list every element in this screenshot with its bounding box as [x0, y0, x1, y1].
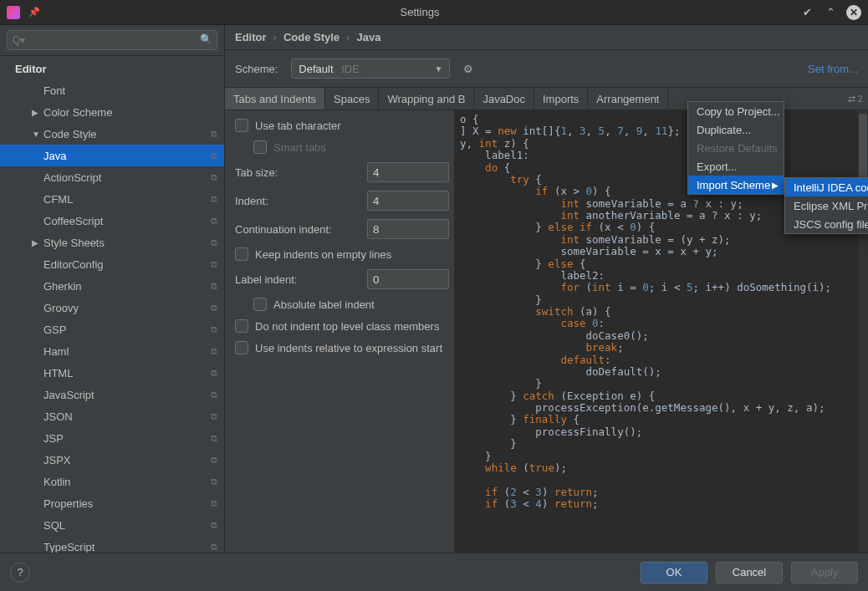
- input-indent[interactable]: [367, 191, 449, 211]
- tree-node-editor[interactable]: Editor: [0, 58, 224, 79]
- field-use-tab-character[interactable]: Use tab character: [235, 119, 449, 132]
- copy-icon: ⧉: [211, 368, 217, 379]
- tree-node-actionscript[interactable]: ActionScript⧉: [0, 166, 224, 188]
- copy-icon: ⧉: [211, 324, 217, 335]
- input-tab-size[interactable]: [367, 162, 449, 182]
- tree-node-javascript[interactable]: JavaScript⧉: [0, 384, 224, 405]
- checkbox-icon[interactable]: [235, 319, 248, 333]
- label-indent: Indent:: [235, 195, 360, 207]
- label-label-indent: Label indent:: [235, 273, 360, 286]
- set-from-link[interactable]: Set from...: [808, 63, 858, 75]
- tree-node-typescript[interactable]: TypeScript⧉: [0, 536, 224, 553]
- menu-restore-defaults: Restore Defaults: [688, 139, 784, 157]
- dialog-buttons: ? OK Cancel Apply: [0, 553, 868, 591]
- chevron-down-icon: ▼: [434, 64, 442, 74]
- menu-eclipse-xml[interactable]: Eclipse XML Profile: [785, 196, 868, 215]
- input-continuation-indent[interactable]: [367, 219, 449, 239]
- tree-node-sql[interactable]: SQL⧉: [0, 514, 224, 536]
- tab-wrapping[interactable]: Wrapping and B: [379, 88, 474, 110]
- menu-copy-to-project[interactable]: Copy to Project...: [688, 102, 784, 120]
- tree-node-coffeescript[interactable]: CoffeeScript⧉: [0, 210, 224, 232]
- copy-icon: ⧉: [211, 303, 217, 313]
- copy-icon: ⧉: [211, 498, 217, 509]
- tree-node-cfml[interactable]: CFML⧉: [0, 188, 224, 210]
- tree-node-java[interactable]: Java⧉: [0, 145, 224, 166]
- checkbox-icon[interactable]: [235, 247, 248, 261]
- checkbox-icon: [253, 140, 267, 154]
- copy-icon: ⧉: [211, 346, 217, 357]
- tree-node-json[interactable]: JSON⧉: [0, 405, 224, 427]
- pin-icon[interactable]: 📌: [28, 7, 40, 18]
- menu-intellij-xml[interactable]: IntelliJ IDEA code style XML: [785, 178, 868, 196]
- copy-icon: ⧉: [211, 476, 217, 487]
- input-label-indent[interactable]: [367, 269, 449, 289]
- label-tab-size: Tab size:: [235, 166, 360, 179]
- menu-jscs[interactable]: JSCS config file: [785, 215, 868, 233]
- tree-node-stylesheets[interactable]: ▶Style Sheets⧉: [0, 232, 224, 253]
- field-keep-indents-empty[interactable]: Keep indents on empty lines: [235, 247, 449, 261]
- menu-export[interactable]: Export...: [688, 157, 784, 176]
- tree-node-gsp[interactable]: GSP⧉: [0, 318, 224, 340]
- copy-icon: ⧉: [211, 259, 217, 270]
- help-button[interactable]: ?: [10, 563, 30, 583]
- breadcrumb-item[interactable]: Java: [356, 31, 380, 43]
- tab-tabs-and-indents[interactable]: Tabs and Indents: [225, 88, 325, 110]
- tree-node-html[interactable]: HTML⧉: [0, 362, 224, 384]
- copy-icon: ⧉: [211, 194, 217, 205]
- menu-duplicate[interactable]: Duplicate...: [688, 120, 784, 139]
- tree-node-properties[interactable]: Properties⧉: [0, 492, 224, 514]
- chevron-right-icon: ▶: [772, 181, 779, 190]
- gear-icon[interactable]: ⚙: [458, 59, 478, 79]
- copy-icon: ⧉: [211, 520, 217, 531]
- maximize-icon[interactable]: ⌃: [823, 5, 838, 20]
- breadcrumb-item[interactable]: Code Style: [283, 31, 340, 43]
- settings-tree[interactable]: Editor Font ▶Color Scheme ▼Code Style⧉ J…: [0, 56, 224, 553]
- tree-node-jspx[interactable]: JSPX⧉: [0, 449, 224, 471]
- tree-node-code-style[interactable]: ▼Code Style⧉: [0, 123, 224, 145]
- copy-icon: ⧉: [211, 216, 217, 227]
- field-do-not-indent-top-level[interactable]: Do not indent top level class members: [235, 319, 449, 333]
- scheme-dropdown[interactable]: Default IDE ▼: [291, 59, 450, 79]
- tab-javadoc[interactable]: JavaDoc: [474, 88, 534, 110]
- field-absolute-label-indent[interactable]: Absolute label indent: [235, 298, 449, 311]
- tree-node-jsp[interactable]: JSP⧉: [0, 427, 224, 449]
- copy-icon: ⧉: [211, 129, 217, 140]
- tree-node-groovy[interactable]: Groovy⧉: [0, 297, 224, 318]
- close-icon[interactable]: ✕: [846, 5, 861, 20]
- import-scheme-submenu: IntelliJ IDEA code style XML Eclipse XML…: [784, 177, 868, 234]
- chevron-right-icon: ›: [273, 31, 277, 43]
- ok-button[interactable]: OK: [641, 562, 707, 583]
- app-icon: [7, 6, 20, 19]
- tree-node-kotlin[interactable]: Kotlin⧉: [0, 471, 224, 492]
- menu-import-scheme[interactable]: Import Scheme ▶: [688, 176, 784, 194]
- settings-content-pane: Editor › Code Style › Java Scheme: Defau…: [225, 25, 868, 553]
- cancel-button[interactable]: Cancel: [716, 562, 783, 583]
- search-input[interactable]: [7, 30, 217, 50]
- tree-node-color-scheme[interactable]: ▶Color Scheme: [0, 101, 224, 123]
- copy-icon: ⧉: [211, 433, 217, 444]
- breadcrumb-item[interactable]: Editor: [235, 31, 267, 43]
- copy-icon: ⧉: [211, 455, 217, 466]
- checkbox-icon[interactable]: [253, 298, 267, 311]
- copy-icon: ⧉: [211, 150, 217, 161]
- copy-icon: ⧉: [211, 542, 217, 553]
- copy-icon: ⧉: [211, 172, 217, 183]
- tab-spaces[interactable]: Spaces: [325, 88, 379, 110]
- title-bar: 📌 Settings ✔ ⌃ ✕: [0, 0, 868, 25]
- tree-node-editorconfig[interactable]: EditorConfig⧉: [0, 253, 224, 275]
- tab-arrangement[interactable]: Arrangement: [588, 88, 668, 110]
- checkbox-icon[interactable]: [235, 119, 248, 132]
- tree-node-font[interactable]: Font: [0, 79, 224, 101]
- minimize-icon[interactable]: ✔: [799, 5, 814, 20]
- checkbox-icon[interactable]: [235, 341, 248, 354]
- tab-overflow-indicator[interactable]: ⇄ 2: [843, 88, 868, 110]
- tree-node-gherkin[interactable]: Gherkin⧉: [0, 275, 224, 297]
- copy-icon: ⧉: [211, 411, 217, 422]
- tab-imports[interactable]: Imports: [534, 88, 588, 110]
- tree-node-haml[interactable]: Haml⧉: [0, 340, 224, 362]
- window-title: Settings: [40, 6, 799, 18]
- chevron-right-icon: ›: [346, 31, 350, 43]
- indent-settings-form: Use tab character Smart tabs Tab size: I…: [225, 110, 455, 553]
- field-use-indents-relative[interactable]: Use indents relative to expression start: [235, 341, 449, 354]
- apply-button[interactable]: Apply: [791, 562, 858, 583]
